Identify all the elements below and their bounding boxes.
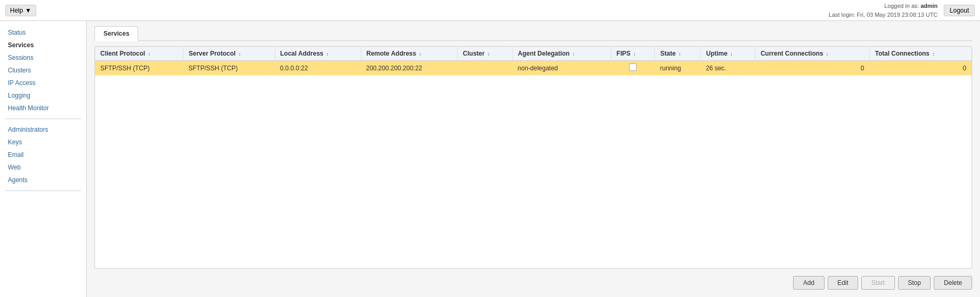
sort-icon-fips: ↕ xyxy=(633,51,636,57)
sidebar-item-administrators[interactable]: Administrators xyxy=(0,123,86,136)
sort-icon-agent-delegation: ↕ xyxy=(572,51,575,57)
sidebar-item-logging[interactable]: Logging xyxy=(0,89,86,102)
sort-icon-cluster: ↕ xyxy=(487,51,490,57)
col-fips[interactable]: FIPS ↕ xyxy=(611,47,654,61)
col-uptime[interactable]: Uptime ↕ xyxy=(701,47,755,61)
login-username: admin xyxy=(921,3,937,9)
sidebar-item-clusters[interactable]: Clusters xyxy=(0,64,86,77)
sort-icon-current-connections: ↕ xyxy=(826,51,829,57)
help-dropdown-icon: ▼ xyxy=(25,7,32,14)
add-button[interactable]: Add xyxy=(793,276,824,290)
sidebar-divider-1 xyxy=(5,119,81,119)
sidebar-item-web[interactable]: Web xyxy=(0,161,86,174)
col-client-protocol[interactable]: Client Protocol ↕ xyxy=(95,47,183,61)
sort-icon-remote-address: ↕ xyxy=(419,51,422,57)
services-table-container: Client Protocol ↕ Server Protocol ↕ Loca… xyxy=(95,46,972,269)
table-header-row: Client Protocol ↕ Server Protocol ↕ Loca… xyxy=(95,47,972,61)
sidebar-item-services[interactable]: Services xyxy=(0,39,86,51)
start-button[interactable]: Start xyxy=(861,276,894,290)
sidebar-item-agents[interactable]: Agents xyxy=(0,174,86,186)
sort-icon-client-protocol: ↕ xyxy=(148,51,151,57)
col-total-connections[interactable]: Total Connections ↕ xyxy=(869,47,972,61)
topbar: Help ▼ Logged in as: admin Last login: F… xyxy=(0,0,980,21)
sidebar-item-health-monitor[interactable]: Health Monitor xyxy=(0,102,86,114)
tab-bar: Services xyxy=(95,26,972,41)
stop-button[interactable]: Stop xyxy=(898,276,931,290)
tab-services[interactable]: Services xyxy=(95,26,138,41)
table-row[interactable]: SFTP/SSH (TCP)SFTP/SSH (TCP)0.0.0.0:2220… xyxy=(95,61,972,76)
login-info: Logged in as: admin Last login: Fri, 03 … xyxy=(829,2,937,19)
col-cluster[interactable]: Cluster ↕ xyxy=(457,47,513,61)
sort-icon-local-address: ↕ xyxy=(326,51,329,57)
sidebar-item-sessions[interactable]: Sessions xyxy=(0,51,86,64)
login-info-line1: Logged in as: admin xyxy=(829,2,937,10)
col-agent-delegation[interactable]: Agent Delegation ↕ xyxy=(513,47,611,61)
col-state[interactable]: State ↕ xyxy=(655,47,701,61)
sort-icon-uptime: ↕ xyxy=(731,51,733,57)
delete-button[interactable]: Delete xyxy=(934,276,972,290)
content-area: Services Client Protocol ↕ Server Protoc… xyxy=(87,21,980,297)
sidebar: Status Services Sessions Clusters IP Acc… xyxy=(0,21,87,297)
sidebar-item-keys[interactable]: Keys xyxy=(0,136,86,148)
services-table: Client Protocol ↕ Server Protocol ↕ Loca… xyxy=(95,47,972,76)
col-local-address[interactable]: Local Address ↕ xyxy=(275,47,361,61)
edit-button[interactable]: Edit xyxy=(828,276,859,290)
help-button[interactable]: Help ▼ xyxy=(5,5,36,16)
sidebar-item-ip-access[interactable]: IP Access xyxy=(0,77,86,89)
col-server-protocol[interactable]: Server Protocol ↕ xyxy=(183,47,275,61)
sort-icon-server-protocol: ↕ xyxy=(238,51,241,57)
logout-button[interactable]: Logout xyxy=(944,5,975,16)
sort-icon-state: ↕ xyxy=(679,51,681,57)
sidebar-item-email[interactable]: Email xyxy=(0,148,86,161)
action-bar: Add Edit Start Stop Delete xyxy=(95,274,972,292)
fips-checkbox[interactable] xyxy=(629,63,637,71)
topbar-right: Logged in as: admin Last login: Fri, 03 … xyxy=(829,2,975,19)
col-current-connections[interactable]: Current Connections ↕ xyxy=(755,47,870,61)
main-layout: Status Services Sessions Clusters IP Acc… xyxy=(0,21,980,297)
sidebar-item-status[interactable]: Status xyxy=(0,26,86,39)
sort-icon-total-connections: ↕ xyxy=(932,51,935,57)
col-remote-address[interactable]: Remote Address ↕ xyxy=(361,47,457,61)
help-label: Help xyxy=(10,7,23,14)
sidebar-divider-2 xyxy=(5,190,81,191)
login-info-line2: Last login: Fri, 03 May 2019 23:08:13 UT… xyxy=(829,10,937,19)
